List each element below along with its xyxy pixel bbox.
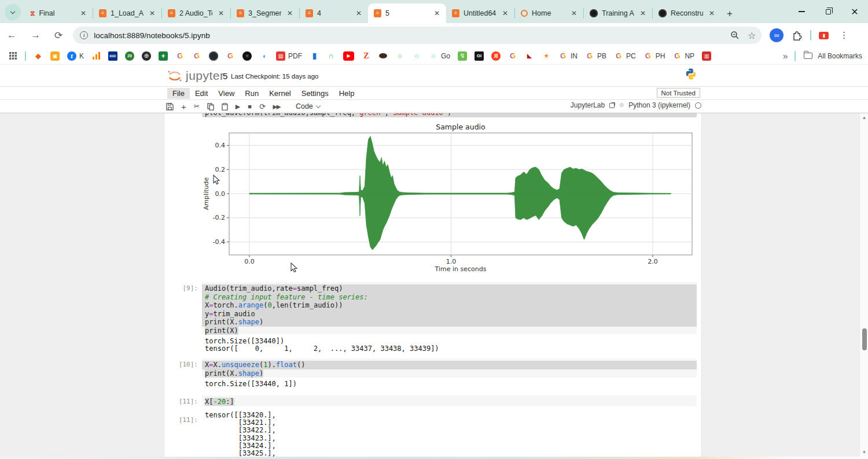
bookmark-item[interactable]: Gl: [475, 51, 484, 61]
site-info-icon[interactable]: i: [80, 31, 88, 39]
browser-tab[interactable]: Home ✕: [515, 3, 583, 23]
bookmark-item[interactable]: G: [175, 51, 185, 61]
browser-tab[interactable]: Training A ✕: [584, 3, 652, 23]
extensions-puzzle-icon[interactable]: [791, 29, 803, 41]
new-tab-button[interactable]: +: [721, 8, 740, 23]
code-cell[interactable]: Audio(trim_audio,rate=sampl_freq)# Creat…: [202, 282, 697, 334]
bookmark-item[interactable]: ▤ PDF: [276, 51, 302, 61]
bookmark-item[interactable]: G NP: [672, 51, 694, 61]
menu-run[interactable]: Run: [240, 88, 264, 99]
bookmark-item[interactable]: f K: [67, 51, 84, 61]
browser-tab[interactable]: ⧖ Final ✕: [24, 3, 93, 23]
bookmark-item[interactable]: ◆: [34, 51, 43, 61]
menu-kernel[interactable]: Kernel: [264, 88, 296, 99]
bookmark-item[interactable]: ◣: [525, 51, 534, 61]
maximize-button[interactable]: [815, 0, 841, 23]
code-cell[interactable]: X=X.unsqueeze(1).float()print(X.shape): [202, 358, 697, 377]
cut-cell-button[interactable]: ✂: [194, 102, 200, 110]
bookmark-item[interactable]: ○: [412, 51, 421, 61]
bookmark-item[interactable]: Я: [491, 51, 501, 61]
bookmark-item[interactable]: +: [159, 51, 168, 61]
run-cell-button[interactable]: ▶: [236, 103, 240, 110]
menu-edit[interactable]: Edit: [190, 88, 213, 99]
scroll-up-icon[interactable]: ▲: [860, 115, 868, 120]
bookmark-item[interactable]: ☀: [542, 51, 551, 61]
bookmark-item[interactable]: [209, 51, 218, 61]
browser-tab[interactable]: ≡ Untitled64 ✕: [446, 3, 514, 23]
browser-tab[interactable]: ≡ 1_Load_Au ✕: [93, 3, 161, 23]
bookmark-item[interactable]: ⊕: [142, 51, 151, 61]
close-button[interactable]: ✕: [841, 0, 868, 23]
paste-cell-button[interactable]: [222, 103, 228, 110]
bookmark-item[interactable]: G: [508, 51, 517, 61]
bookmark-item[interactable]: ○: [395, 51, 404, 61]
bookmark-item[interactable]: ▣: [50, 51, 60, 61]
bookmark-item[interactable]: G IN: [558, 51, 578, 61]
bookmark-item[interactable]: [8, 51, 17, 61]
bookmark-item[interactable]: ▐▌: [310, 51, 319, 61]
minimize-button[interactable]: [788, 0, 815, 23]
copy-cell-button[interactable]: [207, 103, 214, 110]
stop-kernel-button[interactable]: ■: [248, 103, 252, 110]
menu-settings[interactable]: Settings: [296, 88, 334, 99]
bookmark-item[interactable]: G: [192, 51, 201, 61]
cell-type-dropdown[interactable]: Code: [296, 102, 313, 110]
bookmark-item[interactable]: [91, 51, 101, 61]
jupyter-logo[interactable]: jupyter: [167, 68, 225, 83]
not-trusted-badge[interactable]: Not Trusted: [657, 88, 700, 98]
tab-search-button[interactable]: [5, 4, 21, 20]
bookmark-item[interactable]: ▶: [343, 51, 354, 61]
notebook-scroll-area[interactable]: plot_waveform(trim_audio,sampl_freq,'gre…: [0, 113, 868, 457]
zoom-icon[interactable]: [730, 31, 740, 40]
tab-close-icon[interactable]: ✕: [148, 9, 157, 17]
tab-close-icon[interactable]: ✕: [707, 9, 716, 17]
restart-kernel-button[interactable]: ⟳: [259, 102, 266, 111]
bookmark-item[interactable]: ○ Go: [429, 51, 450, 61]
tab-close-icon[interactable]: ✕: [354, 9, 363, 17]
all-bookmarks-button[interactable]: All Bookmarks: [804, 52, 862, 60]
menu-file[interactable]: File: [167, 88, 190, 99]
bookmark-item[interactable]: 20: [125, 51, 134, 61]
tab-close-icon[interactable]: ✕: [638, 9, 648, 17]
menu-help[interactable]: Help: [334, 88, 360, 99]
bookmark-item[interactable]: Z: [362, 51, 371, 61]
extension-icon-blue[interactable]: ∞: [770, 28, 784, 42]
bookmark-item[interactable]: G PH: [643, 51, 665, 61]
kernel-name[interactable]: Python 3 (ipykernel): [628, 101, 690, 109]
browser-tab[interactable]: ≡ 5 ✕: [368, 3, 446, 23]
browser-tab[interactable]: Reconstru ✕: [653, 3, 721, 23]
bookmark-item[interactable]: G PB: [585, 51, 606, 61]
tab-close-icon[interactable]: ✕: [501, 9, 510, 17]
forward-button[interactable]: →: [24, 29, 47, 41]
tab-close-icon[interactable]: ✕: [285, 9, 295, 17]
tab-close-icon[interactable]: ✕: [79, 9, 88, 17]
scroll-down-icon[interactable]: ▼: [860, 450, 868, 455]
bookmark-item[interactable]: G: [226, 51, 235, 61]
browser-tab[interactable]: ≡ 4 ✕: [300, 3, 368, 23]
bookmark-item[interactable]: ∩: [326, 51, 336, 61]
bookmark-item[interactable]: [378, 51, 388, 61]
clipped-code-cell[interactable]: plot_waveform(trim_audio,sampl_freq,'gre…: [202, 113, 697, 117]
bookmark-item[interactable]: ↯: [458, 51, 467, 61]
browser-menu-icon[interactable]: ⋮: [836, 30, 852, 40]
bookmark-star-icon[interactable]: ☆: [748, 30, 756, 41]
bookmark-item[interactable]: ◖: [259, 51, 269, 61]
notebook-filename[interactable]: 5: [223, 71, 227, 81]
tab-close-icon[interactable]: ✕: [432, 9, 442, 17]
run-all-button[interactable]: ▸▸: [273, 102, 280, 111]
scrollbar-thumb[interactable]: [862, 328, 867, 350]
bookmarks-overflow-button[interactable]: »: [783, 51, 786, 61]
tab-close-icon[interactable]: ✕: [216, 9, 226, 17]
bookmark-item[interactable]: ▥: [702, 51, 711, 61]
reload-button[interactable]: ⟳: [47, 29, 69, 42]
extension-icon-red[interactable]: ▮: [819, 32, 829, 39]
jupyterlab-link[interactable]: JupyterLab: [571, 101, 605, 109]
browser-tab[interactable]: ≡ 2 Audio_To ✕: [162, 3, 230, 23]
bookmark-item[interactable]: ✳: [242, 51, 252, 61]
add-cell-button[interactable]: +: [181, 102, 186, 112]
address-bar[interactable]: i localhost:8889/notebooks/5.ipynb ☆: [73, 27, 762, 44]
bookmark-item[interactable]: G PC: [614, 51, 636, 61]
browser-tab[interactable]: ≡ 3_Segmen ✕: [231, 3, 299, 23]
back-button[interactable]: ←: [0, 29, 24, 41]
menu-view[interactable]: View: [213, 88, 240, 99]
